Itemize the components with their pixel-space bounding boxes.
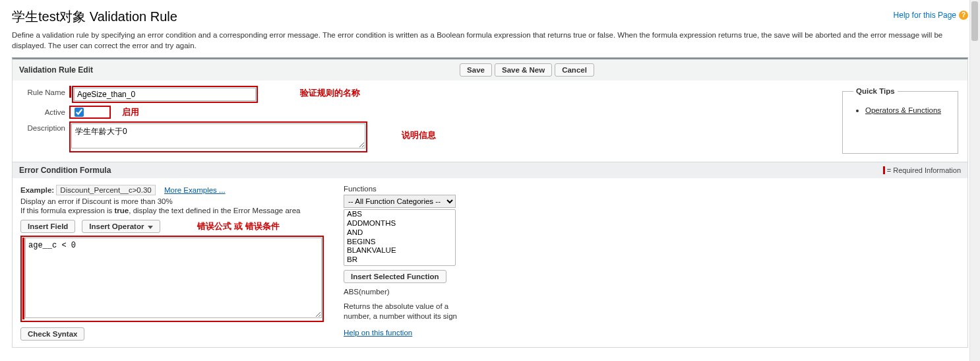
vertical-scrollbar[interactable] bbox=[969, 0, 980, 361]
error-condition-title: Error Condition Formula bbox=[19, 166, 111, 175]
save-and-new-button[interactable]: Save & New bbox=[495, 63, 552, 77]
operators-functions-link[interactable]: Operators & Functions bbox=[865, 106, 941, 114]
edit-section-title: Validation Rule Edit bbox=[19, 65, 93, 75]
error-condition-header: Error Condition Formula = Required Infor… bbox=[13, 162, 967, 178]
function-list[interactable]: ABS ADDMONTHS AND BEGINS BLANKVALUE BR bbox=[344, 209, 456, 266]
functions-label: Functions bbox=[344, 185, 475, 193]
example-desc: Display an error if Discount is more tha… bbox=[20, 197, 324, 205]
insert-field-button[interactable]: Insert Field bbox=[20, 220, 75, 233]
required-info: = Required Information bbox=[883, 166, 961, 174]
required-indicator bbox=[69, 86, 71, 98]
function-option[interactable]: BEGINS bbox=[344, 238, 455, 247]
function-category-select[interactable]: -- All Function Categories -- bbox=[344, 195, 456, 208]
edit-header: Validation Rule Edit Save Save & New Can… bbox=[13, 59, 967, 81]
example-label: Example: bbox=[20, 186, 54, 194]
function-option[interactable]: BLANKVALUE bbox=[344, 246, 455, 255]
page-title: 学生test对象 Validation Rule bbox=[12, 8, 177, 26]
function-option[interactable]: ADDMONTHS bbox=[344, 219, 455, 228]
active-label: Active bbox=[20, 106, 69, 116]
help-icon: ? bbox=[959, 11, 968, 20]
function-option[interactable]: ABS bbox=[344, 210, 455, 219]
quick-tips-box: Quick Tips Operators & Functions bbox=[842, 87, 958, 154]
help-for-page-link[interactable]: Help for this Page ? bbox=[894, 11, 968, 20]
help-on-function-link[interactable]: Help on this function bbox=[344, 329, 412, 337]
function-description: Returns the absolute value of a number, … bbox=[344, 302, 462, 322]
active-checkbox[interactable] bbox=[75, 108, 84, 117]
rule-name-input[interactable] bbox=[74, 88, 256, 101]
scrollbar-thumb[interactable] bbox=[971, 1, 978, 41]
annotation-active: 启用 bbox=[122, 106, 139, 118]
required-bar-icon bbox=[883, 166, 885, 174]
formula-instruction: If this formula expression is true, disp… bbox=[20, 207, 324, 214]
insert-operator-button[interactable]: Insert Operator bbox=[82, 220, 160, 233]
function-option[interactable]: BR bbox=[344, 255, 455, 265]
function-option[interactable]: AND bbox=[344, 228, 455, 238]
example-code: Discount_Percent__c>0.30 bbox=[56, 185, 155, 195]
save-button[interactable]: Save bbox=[460, 63, 492, 77]
annotation-rule-name: 验证规则的名称 bbox=[300, 87, 360, 99]
required-indicator bbox=[22, 238, 24, 319]
more-examples-link[interactable]: More Examples ... bbox=[164, 186, 226, 194]
check-syntax-button[interactable]: Check Syntax bbox=[20, 327, 84, 341]
intro-text: Define a validation rule by specifying a… bbox=[12, 30, 968, 51]
required-info-text: = Required Information bbox=[887, 166, 961, 174]
function-signature: ABS(number) bbox=[344, 287, 462, 298]
rule-name-label: Rule Name bbox=[20, 86, 69, 96]
validation-rule-edit-section: Validation Rule Edit Save Save & New Can… bbox=[12, 57, 968, 348]
insert-selected-function-button[interactable]: Insert Selected Function bbox=[344, 270, 446, 283]
formula-textarea[interactable] bbox=[25, 238, 322, 318]
quick-tips-legend: Quick Tips bbox=[853, 87, 898, 95]
description-label: Description bbox=[20, 121, 69, 132]
annotation-formula: 错误公式 或 错误条件 bbox=[197, 220, 279, 232]
cancel-button[interactable]: Cancel bbox=[555, 63, 594, 77]
annotation-description: 说明信息 bbox=[402, 129, 436, 141]
description-textarea[interactable] bbox=[71, 123, 365, 148]
help-for-page-label: Help for this Page bbox=[894, 11, 956, 20]
